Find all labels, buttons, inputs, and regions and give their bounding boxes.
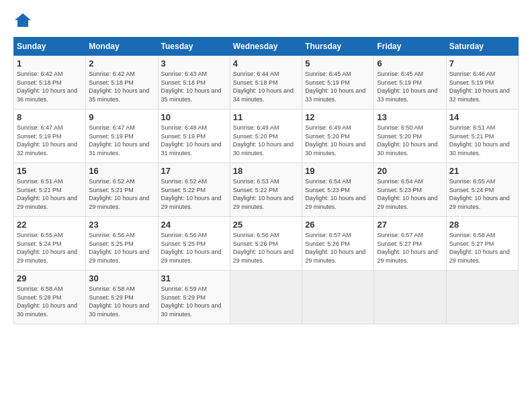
calendar-cell: 23 Sunrise: 6:56 AMSunset: 5:25 PMDaylig… — [86, 217, 158, 271]
calendar-body: 1 Sunrise: 6:42 AMSunset: 5:18 PMDayligh… — [14, 56, 519, 324]
calendar-cell — [374, 271, 446, 324]
calendar-cell: 3 Sunrise: 6:43 AMSunset: 5:18 PMDayligh… — [158, 56, 230, 109]
day-number: 7 — [449, 58, 515, 68]
calendar-cell: 20 Sunrise: 6:54 AMSunset: 5:23 PMDaylig… — [374, 163, 446, 217]
day-info: Sunrise: 6:59 AMSunset: 5:29 PMDaylight:… — [161, 285, 222, 318]
day-info: Sunrise: 6:56 AMSunset: 5:25 PMDaylight:… — [161, 232, 222, 264]
day-number: 23 — [89, 220, 154, 230]
calendar-cell: 30 Sunrise: 6:58 AMSunset: 5:29 PMDaylig… — [86, 271, 158, 324]
calendar-cell: 10 Sunrise: 6:48 AMSunset: 5:19 PMDaylig… — [158, 109, 230, 163]
day-info: Sunrise: 6:47 AMSunset: 5:19 PMDaylight:… — [89, 124, 149, 156]
day-number: 15 — [17, 166, 83, 176]
day-number: 18 — [233, 166, 299, 176]
day-info: Sunrise: 6:46 AMSunset: 5:19 PMDaylight:… — [449, 71, 510, 103]
day-number: 30 — [89, 273, 154, 283]
day-number: 29 — [17, 273, 83, 283]
calendar-table: SundayMondayTuesdayWednesdayThursdayFrid… — [13, 37, 519, 324]
calendar-cell: 12 Sunrise: 6:49 AMSunset: 5:20 PMDaylig… — [302, 109, 374, 163]
calendar-cell: 26 Sunrise: 6:57 AMSunset: 5:26 PMDaylig… — [302, 217, 374, 271]
day-info: Sunrise: 6:56 AMSunset: 5:25 PMDaylight:… — [89, 232, 149, 264]
day-number: 24 — [161, 220, 227, 230]
calendar-cell: 24 Sunrise: 6:56 AMSunset: 5:25 PMDaylig… — [158, 217, 230, 271]
logo — [13, 13, 31, 30]
day-number: 6 — [377, 58, 443, 68]
day-info: Sunrise: 6:48 AMSunset: 5:19 PMDaylight:… — [161, 124, 222, 156]
week-row-1: 1 Sunrise: 6:42 AMSunset: 5:18 PMDayligh… — [14, 56, 519, 109]
day-info: Sunrise: 6:44 AMSunset: 5:18 PMDaylight:… — [233, 71, 294, 103]
day-info: Sunrise: 6:58 AMSunset: 5:29 PMDaylight:… — [89, 285, 149, 318]
calendar-cell: 7 Sunrise: 6:46 AMSunset: 5:19 PMDayligh… — [446, 56, 518, 109]
day-number: 22 — [17, 220, 83, 230]
svg-marker-1 — [15, 13, 31, 27]
day-info: Sunrise: 6:43 AMSunset: 5:18 PMDaylight:… — [161, 71, 222, 103]
calendar-cell: 14 Sunrise: 6:51 AMSunset: 5:21 PMDaylig… — [446, 109, 518, 163]
day-number: 1 — [17, 58, 83, 68]
day-number: 5 — [305, 58, 371, 68]
header — [13, 13, 519, 30]
day-number: 14 — [449, 112, 515, 122]
calendar-cell: 28 Sunrise: 6:58 AMSunset: 5:27 PMDaylig… — [446, 217, 518, 271]
day-number: 2 — [89, 58, 154, 68]
day-info: Sunrise: 6:52 AMSunset: 5:22 PMDaylight:… — [161, 178, 222, 210]
weekday-header-sunday: Sunday — [14, 38, 86, 56]
day-info: Sunrise: 6:54 AMSunset: 5:23 PMDaylight:… — [377, 178, 437, 210]
weekday-header-row: SundayMondayTuesdayWednesdayThursdayFrid… — [14, 38, 519, 56]
logo-icon — [15, 13, 31, 27]
day-number: 27 — [377, 220, 443, 230]
calendar-cell: 19 Sunrise: 6:54 AMSunset: 5:23 PMDaylig… — [302, 163, 374, 217]
day-info: Sunrise: 6:51 AMSunset: 5:21 PMDaylight:… — [449, 124, 510, 156]
weekday-header-tuesday: Tuesday — [158, 38, 230, 56]
day-info: Sunrise: 6:51 AMSunset: 5:21 PMDaylight:… — [17, 178, 77, 210]
day-info: Sunrise: 6:45 AMSunset: 5:19 PMDaylight:… — [377, 71, 437, 103]
day-number: 12 — [305, 112, 371, 122]
calendar-cell: 4 Sunrise: 6:44 AMSunset: 5:18 PMDayligh… — [230, 56, 302, 109]
calendar-cell: 5 Sunrise: 6:45 AMSunset: 5:19 PMDayligh… — [302, 56, 374, 109]
day-info: Sunrise: 6:49 AMSunset: 5:20 PMDaylight:… — [305, 124, 365, 156]
day-info: Sunrise: 6:55 AMSunset: 5:24 PMDaylight:… — [17, 232, 77, 264]
day-info: Sunrise: 6:42 AMSunset: 5:18 PMDaylight:… — [17, 71, 77, 103]
calendar-cell — [230, 271, 302, 324]
calendar-cell: 29 Sunrise: 6:58 AMSunset: 5:28 PMDaylig… — [14, 271, 86, 324]
day-info: Sunrise: 6:54 AMSunset: 5:23 PMDaylight:… — [305, 178, 365, 210]
weekday-header-friday: Friday — [374, 38, 446, 56]
day-number: 20 — [377, 166, 443, 176]
day-info: Sunrise: 6:45 AMSunset: 5:19 PMDaylight:… — [305, 71, 365, 103]
day-number: 4 — [233, 58, 299, 68]
calendar-cell: 1 Sunrise: 6:42 AMSunset: 5:18 PMDayligh… — [14, 56, 86, 109]
day-number: 31 — [161, 273, 227, 283]
calendar-cell: 2 Sunrise: 6:42 AMSunset: 5:18 PMDayligh… — [86, 56, 158, 109]
day-info: Sunrise: 6:52 AMSunset: 5:21 PMDaylight:… — [89, 178, 149, 210]
day-info: Sunrise: 6:56 AMSunset: 5:26 PMDaylight:… — [233, 232, 294, 264]
calendar-cell: 22 Sunrise: 6:55 AMSunset: 5:24 PMDaylig… — [14, 217, 86, 271]
calendar-cell: 9 Sunrise: 6:47 AMSunset: 5:19 PMDayligh… — [86, 109, 158, 163]
calendar-cell — [302, 271, 374, 324]
day-number: 8 — [17, 112, 83, 122]
weekday-header-saturday: Saturday — [446, 38, 518, 56]
day-info: Sunrise: 6:57 AMSunset: 5:27 PMDaylight:… — [377, 232, 437, 264]
day-number: 9 — [89, 112, 154, 122]
day-number: 26 — [305, 220, 371, 230]
calendar-cell: 17 Sunrise: 6:52 AMSunset: 5:22 PMDaylig… — [158, 163, 230, 217]
logo-text — [13, 13, 31, 30]
day-number: 25 — [233, 220, 299, 230]
day-info: Sunrise: 6:57 AMSunset: 5:26 PMDaylight:… — [305, 232, 365, 264]
day-number: 13 — [377, 112, 443, 122]
calendar-cell: 27 Sunrise: 6:57 AMSunset: 5:27 PMDaylig… — [374, 217, 446, 271]
day-number: 11 — [233, 112, 299, 122]
calendar-cell: 31 Sunrise: 6:59 AMSunset: 5:29 PMDaylig… — [158, 271, 230, 324]
day-number: 21 — [449, 166, 515, 176]
day-info: Sunrise: 6:42 AMSunset: 5:18 PMDaylight:… — [89, 71, 149, 103]
day-number: 28 — [449, 220, 515, 230]
day-info: Sunrise: 6:58 AMSunset: 5:28 PMDaylight:… — [17, 285, 77, 318]
day-info: Sunrise: 6:47 AMSunset: 5:19 PMDaylight:… — [17, 124, 77, 156]
calendar-cell: 21 Sunrise: 6:55 AMSunset: 5:24 PMDaylig… — [446, 163, 518, 217]
calendar-cell: 6 Sunrise: 6:45 AMSunset: 5:19 PMDayligh… — [374, 56, 446, 109]
week-row-3: 15 Sunrise: 6:51 AMSunset: 5:21 PMDaylig… — [14, 163, 519, 217]
day-info: Sunrise: 6:53 AMSunset: 5:22 PMDaylight:… — [233, 178, 294, 210]
day-number: 16 — [89, 166, 154, 176]
week-row-2: 8 Sunrise: 6:47 AMSunset: 5:19 PMDayligh… — [14, 109, 519, 163]
weekday-header-wednesday: Wednesday — [230, 38, 302, 56]
day-number: 17 — [161, 166, 227, 176]
day-number: 10 — [161, 112, 227, 122]
calendar-cell: 13 Sunrise: 6:50 AMSunset: 5:20 PMDaylig… — [374, 109, 446, 163]
